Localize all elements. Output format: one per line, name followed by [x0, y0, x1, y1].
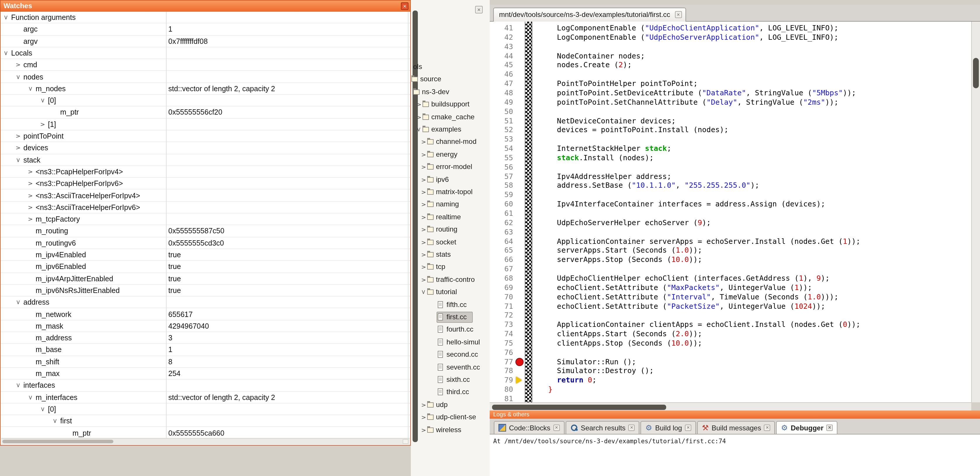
- breakpoint-icon[interactable]: [515, 358, 523, 366]
- tree-chevron-icon[interactable]: >: [420, 249, 427, 261]
- tree-chevron-icon[interactable]: >: [37, 97, 48, 104]
- watches-column-divider[interactable]: [166, 12, 167, 439]
- watch-row[interactable]: >stack: [1, 154, 410, 166]
- watch-row[interactable]: >first: [1, 415, 410, 427]
- logs-tab-close-icon[interactable]: ×: [628, 425, 635, 431]
- tree-item-second-cc[interactable]: second.cc: [411, 348, 490, 361]
- watch-row[interactable]: m_ptr0x5555555ca660: [1, 427, 410, 439]
- tree-chevron-icon[interactable]: >: [12, 382, 24, 389]
- watch-row[interactable]: m_base1: [1, 344, 410, 356]
- tree-item-ns-3-dev[interactable]: >ns-3-dev: [411, 86, 490, 99]
- watch-row[interactable]: >Function arguments: [1, 12, 410, 24]
- tree-chevron-icon[interactable]: >: [420, 186, 427, 198]
- tree-item-socket[interactable]: >socket: [411, 236, 490, 249]
- tree-chevron-icon[interactable]: >: [27, 190, 34, 201]
- watch-row[interactable]: >cmd: [1, 59, 410, 71]
- tree-chevron-icon[interactable]: >: [12, 299, 24, 306]
- tree-chevron-icon[interactable]: >: [14, 130, 22, 142]
- tree-item-source[interactable]: source: [411, 73, 490, 86]
- editor-vscrollbar[interactable]: [971, 22, 980, 403]
- watch-row[interactable]: m_routing0x555555587c50: [1, 225, 410, 237]
- tree-item-error-model[interactable]: >error-model: [411, 161, 490, 173]
- watch-row[interactable]: >[0]: [1, 95, 410, 107]
- editor-hscrollbar[interactable]: [490, 403, 971, 411]
- tree-chevron-icon[interactable]: >: [25, 394, 36, 401]
- tree-item-traffic-contro[interactable]: >traffic-contro: [411, 274, 490, 286]
- watch-row[interactable]: m_network655617: [1, 308, 410, 321]
- tree-item-sixth-cc[interactable]: sixth.cc: [411, 374, 490, 386]
- tree-chevron-icon[interactable]: >: [420, 261, 427, 273]
- logs-tab-close-icon[interactable]: ×: [826, 425, 833, 431]
- tree-chevron-icon[interactable]: >: [420, 274, 427, 286]
- logs-tab-code-blocks[interactable]: Code::Blocks×: [494, 421, 564, 434]
- watch-row[interactable]: m_routingv60x5555555cd3c0: [1, 237, 410, 249]
- tree-chevron-icon[interactable]: >: [420, 424, 427, 436]
- tree-chevron-icon[interactable]: >: [27, 202, 34, 214]
- tree-chevron-icon[interactable]: >: [39, 118, 46, 130]
- watch-row[interactable]: >[0]: [1, 404, 410, 415]
- watch-row[interactable]: >Locals: [1, 47, 410, 59]
- tree-chevron-icon[interactable]: >: [420, 411, 427, 423]
- watch-row[interactable]: >m_nodesstd::vector of length 2, capacit…: [1, 83, 410, 95]
- logs-tab-close-icon[interactable]: ×: [764, 425, 770, 431]
- tree-item-hello-simul[interactable]: hello-simul: [411, 336, 490, 349]
- tree-item-channel-mod[interactable]: >channel-mod: [411, 136, 490, 149]
- tree-item-ipv6[interactable]: >ipv6: [411, 173, 490, 186]
- watches-hscrollbar[interactable]: [1, 438, 410, 444]
- tree-item-tutorial[interactable]: >tutorial: [411, 286, 490, 299]
- logs-tab-build-messages[interactable]: ⚒Build messages×: [697, 421, 775, 434]
- tree-item-first-cc[interactable]: first.cc: [411, 311, 490, 324]
- tree-chevron-icon[interactable]: >: [420, 236, 427, 248]
- watches-column-divider-right[interactable]: [408, 12, 409, 439]
- logs-tab-search-results[interactable]: Search results×: [565, 421, 639, 434]
- watches-title-bar[interactable]: Watches: [1, 1, 410, 12]
- tree-chevron-icon[interactable]: >: [1, 50, 12, 57]
- tree-item-fifth-cc[interactable]: fifth.cc: [411, 299, 490, 311]
- watch-row[interactable]: >[1]: [1, 118, 410, 130]
- tree-item-stats[interactable]: >stats: [411, 249, 490, 261]
- tree-item-matrix-topol[interactable]: >matrix-topol: [411, 186, 490, 198]
- tree-item-tcp[interactable]: >tcp: [411, 261, 490, 274]
- watch-row[interactable]: >m_tcpFactory: [1, 214, 410, 225]
- watch-row[interactable]: >pointToPoint: [1, 130, 410, 142]
- tree-chevron-icon[interactable]: >: [420, 173, 427, 186]
- logs-tab-build-log[interactable]: ⚙Build log×: [641, 421, 696, 434]
- tree-chevron-icon[interactable]: >: [27, 166, 34, 178]
- tree-chevron-icon[interactable]: >: [420, 149, 427, 161]
- tree-chevron-icon[interactable]: >: [420, 161, 427, 173]
- watch-row[interactable]: argc1: [1, 24, 410, 36]
- watch-row[interactable]: m_shift8: [1, 356, 410, 368]
- logs-tab-close-icon[interactable]: ×: [553, 425, 560, 431]
- tree-item-seventh-cc[interactable]: seventh.cc: [411, 361, 490, 374]
- tree-item-third-cc[interactable]: third.cc: [411, 386, 490, 399]
- watch-row[interactable]: m_address3: [1, 332, 410, 344]
- tree-chevron-icon[interactable]: >: [12, 157, 24, 163]
- watch-row[interactable]: argv0x7fffffffdf08: [1, 35, 410, 47]
- editor-tab-first-cc[interactable]: mnt/dev/tools/source/ns-3-dev/examples/t…: [493, 8, 686, 22]
- tree-chevron-icon[interactable]: >: [14, 59, 22, 71]
- tree-item-naming[interactable]: >naming: [411, 198, 490, 211]
- tree-item-udp-client-se[interactable]: >udp-client-se: [411, 411, 490, 424]
- logs-pane-header[interactable]: Logs & others: [490, 411, 980, 419]
- code-editor[interactable]: 41 LogComponentEnable ("UdpEchoClientApp…: [490, 22, 971, 403]
- watch-row[interactable]: ><ns3::AsciiTraceHelperForIpv4>: [1, 190, 410, 202]
- watch-row[interactable]: ><ns3::PcapHelperForIpv6>: [1, 178, 410, 190]
- watch-row[interactable]: >address: [1, 297, 410, 308]
- logs-tab-close-icon[interactable]: ×: [685, 425, 691, 431]
- watch-row[interactable]: >devices: [1, 142, 410, 154]
- tree-chevron-icon[interactable]: >: [14, 142, 22, 154]
- editor-tab-close-icon[interactable]: ×: [675, 11, 682, 18]
- tree-chevron-icon[interactable]: >: [49, 417, 61, 425]
- project-pane-close-icon[interactable]: ×: [475, 6, 483, 13]
- tree-item-buildsupport[interactable]: >buildsupport: [411, 98, 490, 111]
- tree-chevron-icon[interactable]: >: [27, 178, 34, 190]
- tree-item-udp[interactable]: >udp: [411, 399, 490, 411]
- watch-row[interactable]: m_mask4294967040: [1, 321, 410, 332]
- tree-item-ols[interactable]: ols: [411, 61, 490, 73]
- tree-chevron-icon[interactable]: >: [25, 85, 36, 93]
- tree-item-routing[interactable]: >routing: [411, 224, 490, 236]
- watch-row[interactable]: >nodes: [1, 71, 410, 83]
- tree-item-cmake-cache[interactable]: >cmake_cache: [411, 111, 490, 123]
- watch-row[interactable]: m_ipv4Enabledtrue: [1, 249, 410, 261]
- tree-chevron-icon[interactable]: >: [27, 214, 34, 225]
